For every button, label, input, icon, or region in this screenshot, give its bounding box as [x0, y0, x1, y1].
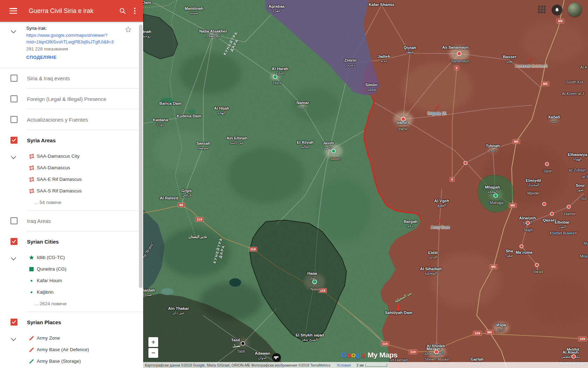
- layer-sublist: Idlib (CG-TC)Quneitra (CG)Kafar HoumKalj…: [0, 252, 143, 312]
- layer-item[interactable]: Army Zone: [0, 332, 143, 344]
- layer-item[interactable]: SAA-Damascus: [0, 162, 143, 173]
- map-link-line1[interactable]: https://www.google.com/maps/d/viewer?: [26, 32, 128, 39]
- layer-checkbox[interactable]: [10, 238, 18, 245]
- sidebar-scrollbar[interactable]: [139, 25, 142, 288]
- share-button[interactable]: СПОДЕЛЯНЕ: [26, 55, 57, 60]
- layer-label: Actualizaciones y Fuentes: [27, 117, 88, 123]
- layer-checkbox[interactable]: [10, 116, 18, 123]
- layer-item-label: SAA-Damascus: [37, 165, 70, 170]
- layer-item-label: Quneitra (CG): [37, 266, 66, 272]
- layer-item-label: SAA-E Rif Damascus: [37, 177, 82, 182]
- square-green-icon: [29, 266, 34, 272]
- dot-teal-icon: [29, 278, 34, 284]
- layer-row[interactable]: Syrian Cities: [0, 231, 143, 252]
- satellite-terrain: [143, 0, 588, 368]
- layer-item-label: Kaljibrin: [37, 289, 54, 295]
- star-green-icon: [29, 255, 34, 260]
- show-more-link[interactable]: ... 2624 повече: [0, 298, 143, 309]
- apps-grid-icon[interactable]: [538, 6, 546, 14]
- layer-row[interactable]: Syria Areas: [0, 130, 143, 150]
- layer-item[interactable]: SAA-E Rif Damascus: [0, 173, 143, 185]
- layer-checkbox[interactable]: [10, 137, 18, 144]
- layer-sublist: SAA-Damascus CitySAA-DamascusSAA-E Rif D…: [0, 150, 143, 210]
- overflow-menu-icon[interactable]: [134, 8, 135, 14]
- polygon-red-icon: [29, 165, 34, 171]
- layer-item[interactable]: SAA-Damascus City: [0, 150, 143, 162]
- zoom-controls: + −: [148, 337, 158, 359]
- map-info-name: Syria-Irak:: [26, 26, 128, 31]
- layer-item[interactable]: Kaljibrin: [0, 286, 143, 298]
- layer-checkbox[interactable]: [10, 95, 18, 102]
- app-header: Guerra Civil Siria e irak: [0, 0, 143, 22]
- layer-checkbox[interactable]: [10, 319, 18, 326]
- layers-sidebar: Syria-Irak: https://www.google.com/maps/…: [0, 22, 143, 368]
- layer-label: Foreign (Legal & Illegal) Presence: [27, 96, 106, 102]
- app-root: ra DamhinahروحينةMamtinahممتنةNaba Alsak…: [0, 0, 588, 368]
- layer-item[interactable]: Army Base (Storage): [0, 355, 143, 367]
- search-icon[interactable]: [119, 7, 126, 15]
- layer-item-label: Army Base (Storage): [37, 359, 81, 364]
- map-canvas[interactable]: ra DamhinahروحينةMamtinahممتنةNaba Alsak…: [143, 0, 588, 368]
- account-avatar[interactable]: [568, 3, 582, 17]
- map-title: Guerra Civil Siria e irak: [29, 7, 119, 15]
- layer-row[interactable]: Iraq Areas: [0, 211, 143, 231]
- layer-item[interactable]: Army Base (Air Defence): [0, 344, 143, 355]
- layer-item[interactable]: SAA-S Rif Damascus: [0, 185, 143, 197]
- layer-item-label: SAA-S Rif Damascus: [37, 188, 82, 193]
- layer-item-label: Army Zone: [37, 335, 60, 341]
- polygon-red-icon: [29, 188, 34, 194]
- layer-row[interactable]: Foreign (Legal & Illegal) Presence: [0, 89, 143, 109]
- layer-sublist: Army ZoneArmy Base (Air Defence)Army Bas…: [0, 332, 143, 368]
- polygon-red-icon: [29, 177, 34, 182]
- layer-label: Syrian Places: [27, 319, 61, 325]
- layer-label: Syrian Cities: [27, 239, 59, 245]
- layer-checkbox[interactable]: [10, 217, 18, 224]
- layer-item-label: Idlib (CG-TC): [37, 255, 65, 260]
- zoom-in-button[interactable]: +: [148, 337, 158, 347]
- map-link-line2[interactable]: mid=1liqnO9iSvshTLwgPB3q9sJTgfUI&ll=3: [26, 39, 128, 45]
- layer-item-label: SAA-Damascus City: [37, 154, 79, 159]
- layer-label: Iraq Areas: [27, 218, 51, 224]
- google-mymaps-logo: GoogleMy Maps: [341, 351, 398, 359]
- zoom-out-button[interactable]: −: [148, 348, 158, 358]
- scale-bar: [365, 364, 387, 367]
- attribution-bar: Картографски данни ©2018 Google, Мапа GI…: [143, 362, 588, 368]
- show-more-link[interactable]: ... 54 повече: [0, 197, 143, 208]
- rifle-green-icon: [29, 359, 34, 364]
- layer-item-label: Kafar Houm: [37, 278, 62, 283]
- layer-checkbox[interactable]: [10, 75, 18, 82]
- map-info-panel: Syria-Irak: https://www.google.com/maps/…: [0, 22, 143, 68]
- rifle-red-icon: [29, 335, 34, 341]
- menu-icon[interactable]: [9, 8, 17, 14]
- layer-row[interactable]: Syrian Places: [0, 312, 143, 332]
- attribution-text: Картографски данни ©2018 Google, Мапа GI…: [145, 363, 330, 367]
- layer-row[interactable]: Actualizaciones y Fuentes: [0, 109, 143, 130]
- layer-item[interactable]: Quneitra (CG): [0, 263, 143, 275]
- view-count: 291 228 показвания: [26, 46, 128, 52]
- layer-row[interactable]: Siria & Iraq events: [0, 68, 143, 88]
- layer-item[interactable]: Kafar Houm: [0, 275, 143, 286]
- collapse-chevron-icon[interactable]: [11, 28, 16, 34]
- layer-label: Syria Areas: [27, 137, 56, 143]
- polygon-red-icon: [29, 154, 34, 159]
- layers-list: Siria & Iraq eventsForeign (Legal & Ille…: [0, 68, 143, 368]
- scale-label: 2 км: [356, 363, 364, 367]
- layer-label: Siria & Iraq events: [27, 75, 70, 81]
- layer-item[interactable]: Idlib (CG-TC): [0, 252, 143, 263]
- rifle-red-icon: [29, 347, 34, 353]
- notifications-bell-icon[interactable]: [552, 5, 562, 15]
- terms-link[interactable]: Условия: [337, 363, 351, 367]
- dot-teal-icon: [29, 289, 34, 295]
- layer-item-label: Army Base (Air Defence): [37, 347, 89, 352]
